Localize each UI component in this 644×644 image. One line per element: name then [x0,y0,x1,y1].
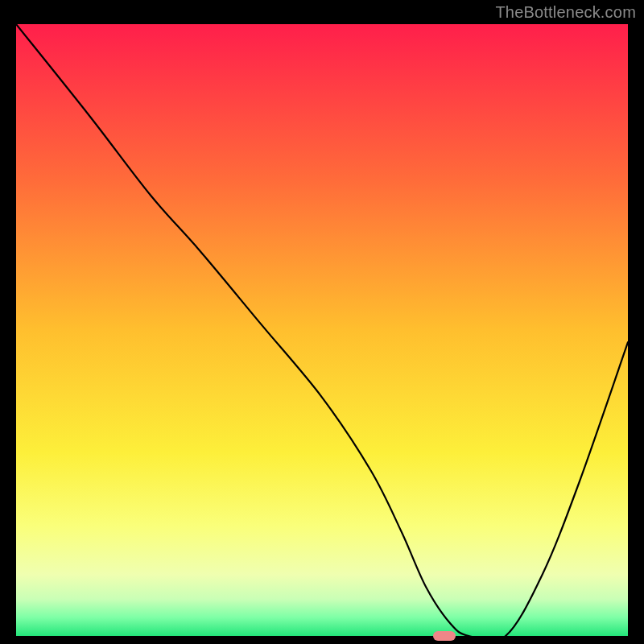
bottleneck-plot [16,24,628,636]
optimal-marker [433,631,456,641]
gradient-background [16,24,628,636]
chart-container: TheBottleneck.com [0,0,644,644]
plot-area [16,24,628,636]
watermark-text: TheBottleneck.com [495,3,636,22]
